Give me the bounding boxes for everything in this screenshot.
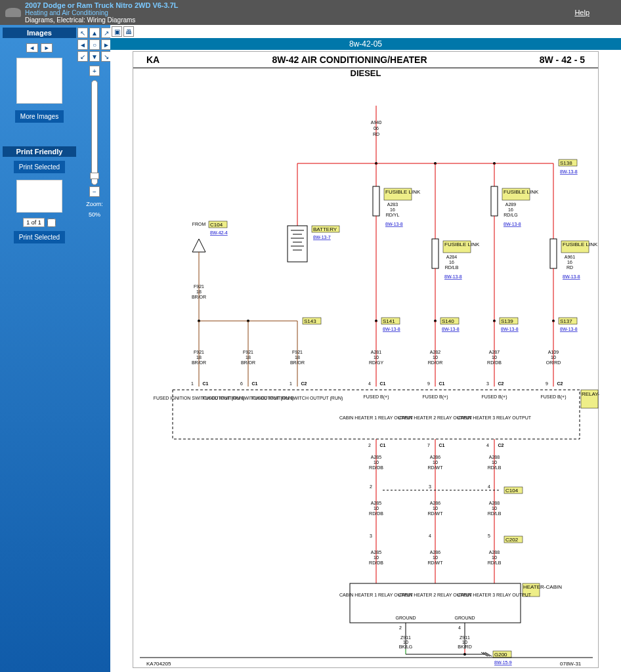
print-selected-button-bottom[interactable]: Print Selected	[14, 231, 65, 243]
svg-text:C2: C2	[557, 381, 563, 386]
svg-text:10: 10	[433, 355, 438, 360]
fusible-link-3: FUSIBLE LINK A289 16 RD/LG 8W-13-8	[491, 163, 539, 321]
svg-text:RD/LB: RD/LB	[488, 511, 502, 516]
svg-text:2: 2	[368, 443, 371, 448]
s138-link[interactable]: 8W-13-8	[560, 169, 578, 174]
pan-down-left-button[interactable]: ↙	[77, 51, 88, 62]
diagram-filename: 8w-42-05	[110, 38, 621, 50]
s143-label: S143	[304, 318, 316, 324]
pan-left-button[interactable]: ◄	[77, 39, 88, 50]
svg-text:F921: F921	[292, 350, 303, 354]
center-button[interactable]: ○	[89, 39, 100, 50]
fl1-w-id: A283	[387, 202, 398, 207]
f921-main-col: BR/OR	[192, 295, 206, 299]
main-layout: Images ◄ ► More Images Print Friendly Pr…	[0, 25, 621, 672]
svg-text:RD/DB: RD/DB	[369, 560, 383, 565]
diagram-header: KA 8W-42 AIR CONDITIONING/HEATER 8W - 42…	[133, 52, 598, 68]
zoom-in-button[interactable]: +	[89, 66, 100, 76]
zoom-label: Zoom:	[86, 201, 103, 207]
page-footer: © 2015 ALLDATA, LLC. All Rights Reserved…	[110, 669, 621, 672]
svg-rect-19	[432, 239, 439, 268]
fl1-w-col: RD/YL	[386, 213, 400, 217]
svg-text:GROUND: GROUND	[395, 616, 416, 620]
svg-text:RD/GY: RD/GY	[369, 360, 384, 365]
fl2-link[interactable]: 8W-13-8	[444, 274, 462, 279]
svg-text:4: 4	[488, 484, 490, 489]
thumb-prev-button[interactable]: ◄	[26, 43, 38, 52]
pan-up-button[interactable]: ▲	[89, 28, 100, 38]
s137-label: S137	[560, 318, 572, 324]
print-thumbnail[interactable]	[16, 180, 62, 213]
thumb-next-button[interactable]: ►	[41, 43, 53, 52]
more-images-button[interactable]: More Images	[15, 110, 64, 123]
svg-text:7: 7	[427, 443, 430, 448]
svg-text:RD/LB: RD/LB	[488, 560, 502, 565]
svg-rect-15	[373, 186, 379, 216]
s141-label: S141	[383, 318, 395, 324]
svg-text:9: 9	[427, 381, 430, 386]
svg-text:10: 10	[374, 460, 379, 465]
svg-text:RD/WT: RD/WT	[428, 465, 444, 470]
svg-text:10: 10	[433, 460, 438, 465]
svg-text:A285: A285	[371, 550, 381, 555]
svg-text:Z911: Z911	[460, 635, 470, 640]
s138-label: S138	[560, 160, 572, 166]
g200-link[interactable]: 8W-15-9	[494, 660, 512, 665]
svg-text:1: 1	[289, 381, 292, 386]
svg-text:A281: A281	[371, 350, 381, 354]
svg-text:10: 10	[492, 506, 497, 511]
print-icon[interactable]: 🖶	[123, 26, 134, 37]
s140-link[interactable]: 8W-13-8	[442, 327, 460, 331]
expand-icon[interactable]: ▣	[112, 26, 122, 37]
svg-text:A282: A282	[430, 350, 440, 354]
fl3-w-col: RD/LG	[503, 213, 517, 217]
svg-text:C1: C1	[380, 381, 386, 386]
help-link[interactable]: Help	[574, 9, 589, 16]
s139-link[interactable]: 8W-13-8	[501, 327, 519, 331]
pan-up-left-button[interactable]: ↖	[77, 28, 88, 38]
relay-cabin-heater-label: RELAY-CABIN HEATER	[582, 391, 599, 397]
svg-text:10: 10	[433, 506, 438, 511]
svg-text:1: 1	[191, 381, 194, 386]
svg-rect-6	[288, 226, 307, 262]
zoom-out-button[interactable]: −	[89, 186, 100, 197]
wiring-diagram[interactable]: KA 8W-42 AIR CONDITIONING/HEATER 8W - 42…	[133, 51, 599, 668]
svg-text:18: 18	[196, 355, 202, 360]
svg-text:C1: C1	[203, 381, 209, 386]
fl3-link[interactable]: 8W-13-8	[503, 222, 521, 226]
svg-text:FUSED IGNITION SWITCH OUTPUT (: FUSED IGNITION SWITCH OUTPUT (RUN)	[252, 396, 343, 401]
zoom-slider-thumb[interactable]	[90, 173, 99, 179]
fl2-label: FUSIBLE LINK	[444, 242, 480, 247]
thumbnail-image[interactable]	[16, 58, 62, 104]
battery-link[interactable]: 8W-13-7	[313, 235, 331, 240]
fl1-label: FUSIBLE LINK	[385, 189, 421, 195]
pan-down-button[interactable]: ▼	[89, 51, 100, 62]
svg-text:BK/LG: BK/LG	[399, 644, 413, 649]
fl3-w-id: A289	[505, 202, 516, 207]
c104-label: C104	[505, 488, 519, 494]
print-select-checkbox[interactable]	[47, 219, 56, 227]
svg-text:10: 10	[462, 640, 467, 644]
svg-text:BR/OR: BR/OR	[192, 360, 206, 365]
c104-top-link[interactable]: 8W-42-4	[210, 230, 228, 235]
fusible-link-1: FUSIBLE LINK A283 16 RD/YL 8W-13-8	[373, 163, 421, 321]
fl1-link[interactable]: 8W-13-8	[385, 222, 403, 226]
s141-link[interactable]: 8W-13-8	[383, 327, 400, 331]
svg-text:4: 4	[429, 534, 431, 538]
svg-text:A109: A109	[548, 350, 559, 354]
fl4-link[interactable]: 8W-13-8	[563, 274, 580, 279]
svg-text:RD/DB: RD/DB	[369, 465, 383, 470]
svg-text:3: 3	[486, 381, 489, 386]
svg-text:Z911: Z911	[400, 635, 411, 640]
print-selected-button-top[interactable]: Print Selected	[14, 161, 65, 173]
svg-text:C2: C2	[301, 381, 307, 386]
zoom-slider[interactable]	[91, 80, 98, 185]
svg-text:5: 5	[488, 534, 490, 538]
fl2-w-id: A284	[446, 255, 457, 259]
svg-text:10: 10	[492, 355, 497, 360]
wire-a940-col: RD	[373, 132, 379, 136]
s137-link[interactable]: 8W-13-8	[560, 327, 578, 331]
zoom-value: 50%	[89, 211, 100, 218]
svg-text:BK/RD: BK/RD	[458, 644, 471, 649]
svg-rect-145	[350, 583, 521, 623]
